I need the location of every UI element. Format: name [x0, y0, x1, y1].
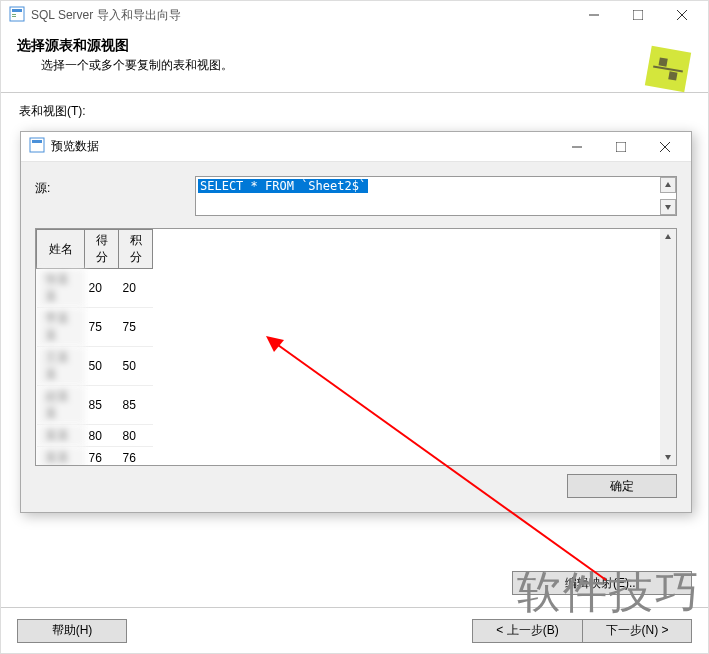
- source-sql-text: SELECT * FROM `Sheet2$`: [198, 179, 368, 193]
- wizard-icon: [9, 6, 25, 25]
- svg-rect-15: [616, 142, 626, 152]
- minimize-button[interactable]: [572, 1, 616, 29]
- svg-marker-19: [665, 205, 671, 210]
- wizard-header-icon: [638, 39, 698, 99]
- points-cell: 75: [119, 308, 153, 347]
- name-cell: 某某: [37, 447, 85, 467]
- wizard-content: 表和视图(T):: [1, 93, 708, 134]
- page-title: 选择源表和源视图: [17, 37, 692, 55]
- preview-body: 源: SELECT * FROM `Sheet2$` 姓名得分积分 张某某202…: [21, 162, 691, 512]
- svg-rect-13: [32, 140, 42, 143]
- page-subtitle: 选择一个或多个要复制的表和视图。: [41, 57, 692, 74]
- table-row[interactable]: 李某某7575: [37, 308, 153, 347]
- points-cell: 85: [119, 386, 153, 425]
- preview-footer: 确定: [35, 466, 677, 498]
- svg-rect-1: [12, 9, 22, 12]
- help-button[interactable]: 帮助(H): [17, 619, 127, 643]
- score-cell: 85: [85, 386, 119, 425]
- svg-rect-3: [12, 16, 16, 17]
- source-scroll-up[interactable]: [660, 177, 676, 193]
- preview-icon: [29, 137, 45, 156]
- score-cell: 50: [85, 347, 119, 386]
- wizard-footer: 帮助(H) < 上一步(B) 下一步(N) >: [1, 607, 708, 653]
- name-cell: 李某某: [37, 308, 85, 347]
- grid-scroll-up[interactable]: [660, 229, 676, 245]
- svg-marker-20: [665, 234, 671, 239]
- svg-rect-10: [668, 71, 677, 80]
- points-cell: 50: [119, 347, 153, 386]
- score-cell: 75: [85, 308, 119, 347]
- svg-marker-21: [665, 455, 671, 460]
- column-header[interactable]: 得分: [85, 230, 119, 269]
- source-sql-field[interactable]: SELECT * FROM `Sheet2$`: [195, 176, 677, 216]
- score-cell: 20: [85, 269, 119, 308]
- maximize-button[interactable]: [616, 1, 660, 29]
- svg-rect-2: [12, 14, 16, 15]
- preview-close-button[interactable]: [643, 133, 687, 161]
- svg-rect-5: [633, 10, 643, 20]
- column-header[interactable]: 积分: [119, 230, 153, 269]
- tables-label: 表和视图(T):: [19, 103, 690, 120]
- preview-title: 预览数据: [51, 138, 555, 155]
- edit-mapping-button[interactable]: 编辑映射(E)...: [512, 571, 692, 595]
- edit-mapping-row: 编辑映射(E)...: [512, 571, 692, 595]
- close-button[interactable]: [660, 1, 704, 29]
- preview-window-controls: [555, 133, 687, 161]
- name-cell: 某某: [37, 425, 85, 447]
- score-cell: 80: [85, 425, 119, 447]
- preview-maximize-button[interactable]: [599, 133, 643, 161]
- source-row: 源: SELECT * FROM `Sheet2$`: [35, 176, 677, 216]
- grid-scrollbar[interactable]: [660, 229, 676, 465]
- source-label: 源:: [35, 176, 195, 197]
- wizard-titlebar: SQL Server 导入和导出向导: [1, 1, 708, 29]
- grid-scroll-down[interactable]: [660, 449, 676, 465]
- nav-buttons: < 上一步(B) 下一步(N) >: [472, 619, 692, 643]
- svg-marker-18: [665, 182, 671, 187]
- name-cell: 张某某: [37, 269, 85, 308]
- score-cell: 76: [85, 447, 119, 467]
- data-grid[interactable]: 姓名得分积分 张某某2020李某某7575王某某5050赵某某8585某某808…: [35, 228, 677, 466]
- table-row[interactable]: 赵某某8585: [37, 386, 153, 425]
- table-row[interactable]: 某某8080: [37, 425, 153, 447]
- next-button[interactable]: 下一步(N) >: [582, 619, 692, 643]
- points-cell: 80: [119, 425, 153, 447]
- table-row[interactable]: 某某7676: [37, 447, 153, 467]
- column-header[interactable]: 姓名: [37, 230, 85, 269]
- wizard-title: SQL Server 导入和导出向导: [31, 7, 572, 24]
- points-cell: 76: [119, 447, 153, 467]
- ok-button[interactable]: 确定: [567, 474, 677, 498]
- table-row[interactable]: 王某某5050: [37, 347, 153, 386]
- source-scroll-down[interactable]: [660, 199, 676, 215]
- preview-minimize-button[interactable]: [555, 133, 599, 161]
- wizard-header: 选择源表和源视图 选择一个或多个要复制的表和视图。: [1, 29, 708, 93]
- preview-titlebar: 预览数据: [21, 132, 691, 162]
- name-cell: 王某某: [37, 347, 85, 386]
- preview-dialog: 预览数据 源: SELECT * FROM `Sheet2$` 姓名得分积分 张…: [20, 131, 692, 513]
- name-cell: 赵某某: [37, 386, 85, 425]
- table-row[interactable]: 张某某2020: [37, 269, 153, 308]
- window-controls: [572, 1, 704, 29]
- points-cell: 20: [119, 269, 153, 308]
- svg-rect-9: [658, 57, 667, 66]
- back-button[interactable]: < 上一步(B): [472, 619, 582, 643]
